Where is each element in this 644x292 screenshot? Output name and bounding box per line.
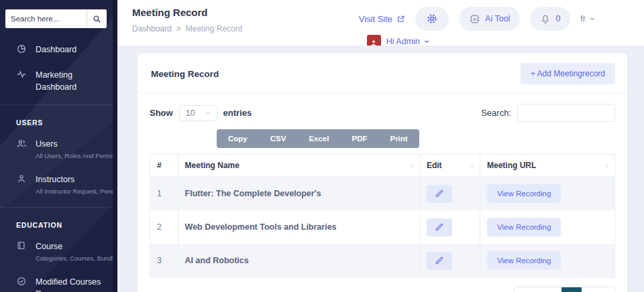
meeting-record-card: Meeting Record + Add Meetingrecord Show … [138, 54, 627, 292]
sidebar-item-label: Dashboard [36, 45, 76, 54]
column-header-label: Meeting URL [487, 161, 536, 170]
svg-text:AI: AI [473, 17, 477, 21]
pagination: Previous 1 Next [514, 287, 615, 292]
search-icon [92, 14, 102, 24]
view-recording-button[interactable]: View Recording [487, 218, 561, 236]
language-label: fr [580, 14, 586, 23]
column-header-edit[interactable]: Edit ↑↓ [419, 155, 480, 177]
table-controls: Show 10 entries Search: [150, 104, 615, 122]
sidebar-item-course[interactable]: Course Categories, Courses, Bundle Co... [0, 233, 113, 269]
card-body: Show 10 entries Search: [138, 104, 627, 292]
gear-icon [426, 13, 438, 25]
card-header: Meeting Record + Add Meetingrecord [138, 54, 627, 93]
export-pdf-button[interactable]: PDF [340, 129, 378, 148]
column-header-label: Meeting Name [185, 161, 239, 170]
page-head: Meeting Record Dashboard > Meeting Recor… [132, 7, 242, 46]
person-icon [16, 173, 28, 184]
header-actions: Visit Site [359, 7, 596, 46]
sidebar-section-education: EDUCATION [0, 213, 113, 233]
row-index: 1 [150, 177, 178, 211]
sidebar-divider [0, 207, 113, 208]
row-index: 2 [150, 210, 178, 244]
language-selector[interactable]: fr [580, 14, 596, 23]
table-footer: Showing 1 to 3 of 3 entries Previous 1 N… [150, 287, 615, 292]
book-icon [16, 240, 28, 250]
sidebar-item-subtitle: All Instructor Request, Pending... [36, 188, 117, 195]
users-icon [16, 138, 28, 149]
export-csv-button[interactable]: CSV [259, 129, 298, 148]
next-page-button[interactable]: Next [582, 288, 614, 292]
view-recording-button[interactable]: View Recording [487, 184, 561, 203]
sort-icon: ↑↓ [470, 162, 473, 169]
export-button-group: Copy CSV Excel PDF Print [217, 129, 419, 148]
pie-chart-icon [16, 44, 28, 54]
header-actions-row: Visit Site [359, 7, 596, 31]
breadcrumb-home[interactable]: Dashboard [132, 24, 172, 33]
external-link-icon [396, 15, 405, 23]
previous-page-button[interactable]: Previous [515, 288, 562, 292]
sidebar-item-dashboard[interactable]: Dashboard [0, 36, 113, 62]
settings-button[interactable] [415, 7, 449, 31]
view-recording-button[interactable]: View Recording [487, 251, 561, 270]
activity-icon [16, 69, 28, 80]
sidebar-search-button[interactable] [87, 9, 107, 28]
export-excel-button[interactable]: Excel [297, 129, 340, 148]
main-area: Meeting Record Dashboard > Meeting Recor… [117, 0, 644, 292]
entries-label: entries [223, 108, 252, 118]
sort-icon: ↑↓ [409, 162, 413, 169]
ai-chip-icon: AI [469, 13, 480, 25]
table-search-input[interactable] [517, 104, 615, 122]
entries-select[interactable]: 10 [179, 105, 217, 121]
search-label: Search: [481, 108, 511, 118]
sidebar-item-users[interactable]: Users All Users, Roles And Permission [0, 131, 113, 166]
add-meetingrecord-button[interactable]: + Add Meetingrecord [521, 63, 615, 84]
sidebar-item-marketing-dashboard[interactable]: Marketing Dashboard [0, 62, 113, 99]
sidebar-search [5, 9, 107, 28]
sidebar-section-users: USERS [0, 111, 113, 131]
sidebar-item-instructors[interactable]: Instructors All Instructor Request, Pend… [0, 166, 113, 202]
sidebar-nav: Dashboard Marketing Dashboard USERS [0, 36, 113, 292]
sidebar-item-subtitle: Categories, Courses, Bundle Co... [36, 254, 117, 262]
sort-icon: ↑↓ [604, 162, 608, 169]
visit-site-link[interactable]: Visit Site [359, 14, 405, 24]
visit-site-label: Visit Site [359, 14, 392, 24]
top-header: Meeting Record Dashboard > Meeting Recor… [117, 0, 644, 46]
greeting: Hi Admin [386, 37, 430, 46]
edit-button[interactable] [427, 218, 452, 236]
ai-tool-label: Ai Tool [485, 14, 510, 23]
sidebar-search-input[interactable] [5, 9, 87, 28]
pencil-icon [435, 222, 444, 232]
bell-icon [540, 13, 551, 24]
edit-button[interactable] [427, 252, 452, 270]
page-size-control: Show 10 entries [150, 105, 252, 121]
row-index: 3 [150, 244, 178, 278]
column-header-meeting-name[interactable]: Meeting Name ↑↓ [178, 155, 419, 177]
breadcrumb-separator: > [176, 24, 181, 33]
sidebar-divider [0, 104, 113, 105]
notification-count-badge: 0 [555, 14, 560, 23]
table-row: 2 Web Development Tools and Libraries [150, 210, 615, 244]
edit-button[interactable] [427, 185, 452, 203]
meeting-records-table: # Meeting Name ↑↓ Edit [150, 154, 615, 278]
export-copy-button[interactable]: Copy [217, 129, 259, 148]
page-number-active[interactable]: 1 [561, 287, 582, 292]
pencil-icon [435, 256, 444, 265]
content-area: Meeting Record + Add Meetingrecord Show … [117, 46, 644, 292]
meeting-name: AI and Robotics [185, 256, 249, 265]
sidebar-item-label: Users [36, 139, 58, 149]
notifications-button[interactable]: 0 [530, 7, 570, 31]
entries-select-value: 10 [186, 108, 195, 118]
meeting-name: Flutter: The Complete Developer's [185, 189, 321, 198]
breadcrumb-current: Meeting Record [186, 24, 243, 33]
card-title: Meeting Record [151, 69, 219, 79]
sidebar-item-subtitle: All Users, Roles And Permission [36, 152, 117, 159]
ai-tool-button[interactable]: AI Ai Tool [459, 7, 520, 31]
column-header-index[interactable]: # [150, 155, 178, 177]
column-header-meeting-url[interactable]: Meeting URL ↑↓ [480, 155, 615, 177]
chevron-down-icon [205, 110, 211, 116]
greeting-label: Hi Admin [386, 37, 420, 46]
export-print-button[interactable]: Print [378, 129, 419, 148]
sidebar-item-modified-courses[interactable]: Modified Courses Re... [0, 269, 113, 292]
sidebar-item-label: Marketing Dashboard [36, 70, 76, 92]
table-row: 3 AI and Robotics [150, 244, 615, 278]
